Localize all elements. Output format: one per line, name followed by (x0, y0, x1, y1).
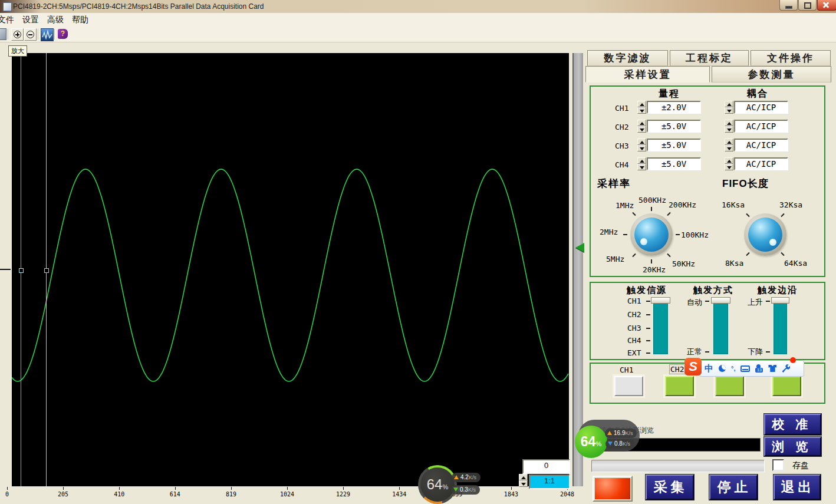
trigger-source-slider[interactable] (653, 302, 668, 354)
menu-settings[interactable]: 设置 (22, 15, 39, 25)
close-button[interactable] (817, 0, 836, 11)
maximize-button[interactable] (798, 0, 817, 11)
cursor-2-handle[interactable] (44, 268, 49, 273)
fifo-label-8ksa: 8Ksa (725, 259, 743, 268)
fifo-label-64ksa: 64Ksa (784, 259, 807, 268)
trigger-level-track[interactable] (572, 53, 583, 486)
x-axis-tick (343, 487, 344, 490)
zoom-ratio-readout[interactable]: 1:1 (529, 475, 570, 489)
memory-usage-ball[interactable]: 64% (575, 426, 607, 458)
clipped-tool-icon[interactable] (0, 28, 6, 40)
enable-button-ch1[interactable] (614, 376, 643, 396)
ime-skin-icon[interactable] (768, 365, 776, 372)
x-axis-label: 614 (162, 491, 188, 498)
x-axis-tick (119, 487, 120, 490)
oscilloscope-display[interactable] (12, 53, 569, 486)
ime-toolbar[interactable]: 中 °, 13 (699, 360, 804, 377)
menu-file[interactable]: 文件 (0, 15, 14, 25)
range-spinner-ch4[interactable] (637, 157, 646, 170)
trigger-mode-option-normal: 正常 (687, 347, 702, 357)
coupling-spinner-ch1[interactable] (725, 101, 733, 114)
coupling-spinner-ch3[interactable] (725, 139, 733, 151)
tab-file-operations[interactable]: 文件操作 (751, 50, 831, 66)
save-checkbox[interactable] (772, 459, 784, 471)
trigger-edge-handle[interactable] (771, 297, 789, 304)
range-value-ch2[interactable]: ±5.0V (647, 120, 701, 133)
enable-button-ch4[interactable] (772, 376, 801, 396)
x-axis: 0205410614819102412291434163918432048 (0, 486, 584, 502)
ime-punctuation-icon[interactable]: °, (731, 365, 735, 372)
cursor-1-handle[interactable] (19, 268, 24, 273)
range-value-ch4[interactable]: ±5.0V (647, 157, 701, 170)
x-axis-tick (7, 487, 8, 490)
range-value-ch1[interactable]: ±2.0V (647, 101, 701, 114)
coupling-spinner-ch2[interactable] (725, 120, 733, 133)
trigger-source-handle[interactable] (651, 297, 670, 304)
y-level-marker[interactable] (0, 269, 11, 270)
trigger-edge-slider[interactable] (774, 302, 787, 354)
tab-sampling-settings[interactable]: 采样设置 (585, 66, 710, 83)
help-book-icon[interactable]: ? (58, 29, 68, 39)
ime-keyboard-icon[interactable] (740, 365, 750, 372)
range-value-ch3[interactable]: ±5.0V (647, 139, 701, 151)
title-bar[interactable]: PCI4819-2CH:5Msps/PCI4819-4CH:2Msps14Bit… (0, 0, 836, 13)
stop-button[interactable]: 停止 (709, 475, 758, 500)
tab-digital-filter[interactable]: 数字滤波 (587, 50, 668, 66)
range-spinner-ch1[interactable] (637, 101, 646, 114)
x-axis-tick (231, 487, 232, 490)
trigger-source-option: EXT (627, 348, 641, 357)
menu-help[interactable]: 帮助 (72, 15, 88, 25)
ime-notification-dot[interactable] (790, 357, 796, 363)
enable-button-ch2[interactable] (665, 376, 694, 396)
enable-button-ch3[interactable] (715, 376, 744, 396)
ime-language-icon[interactable]: 中 (705, 363, 713, 374)
tab-parameter-measurement[interactable]: 参数测量 (712, 66, 831, 83)
coupling-value-ch3[interactable]: AC/ICP (734, 139, 788, 151)
zoom-out-button[interactable] (24, 28, 37, 41)
ime-moon-icon[interactable] (719, 365, 726, 372)
menu-bar: 文件 设置 高级 帮助 (0, 13, 836, 28)
download-speed-badge: 0.8K/s (605, 439, 634, 449)
range-spinner-ch3[interactable] (637, 139, 646, 151)
waveform-trace (12, 53, 569, 486)
maximize-icon (804, 2, 811, 9)
range-spinner-ch2[interactable] (637, 120, 646, 133)
rate-label-50khz: 50KHz (672, 259, 695, 268)
calibrate-button[interactable]: 校准 (764, 414, 821, 435)
download-arrow-icon (608, 442, 613, 446)
channel-label: CH2 (615, 123, 628, 131)
menu-advanced[interactable]: 高级 (47, 15, 64, 25)
exit-button[interactable]: 退出 (774, 475, 821, 500)
rate-label-1mhz: 1MHz (616, 201, 634, 210)
coupling-value-ch4[interactable]: AC/ICP (734, 157, 788, 170)
waveform-display-icon[interactable] (41, 28, 54, 41)
ime-toolbox-icon[interactable] (782, 364, 790, 373)
acquire-button[interactable]: 采集 (646, 475, 694, 500)
trigger-mode-slider[interactable] (713, 302, 728, 354)
fifo-length-title: FIFO长度 (722, 177, 769, 190)
knob-indicator-dot (640, 238, 647, 245)
tab-engineering-calibration[interactable]: 工程标定 (670, 50, 749, 66)
status-led[interactable] (593, 476, 633, 502)
sample-rate-knob[interactable] (630, 213, 673, 256)
coupling-value-ch1[interactable]: AC/ICP (734, 101, 788, 114)
trigger-level-arrow[interactable] (575, 243, 584, 252)
toolbar: ? (0, 27, 836, 42)
ime-account-icon[interactable]: 13 (755, 364, 763, 373)
minimize-button[interactable] (779, 0, 798, 11)
ime-logo-icon[interactable]: S (684, 358, 702, 375)
browse-progress-bar (591, 460, 765, 472)
browse-button[interactable]: 浏览 (764, 437, 821, 456)
offset-readout[interactable]: 0 (522, 459, 570, 474)
rate-label-200khz: 200KHz (669, 200, 696, 209)
memory-usage-ball[interactable]: 64% (418, 465, 457, 504)
x-axis-label: 1229 (330, 491, 356, 498)
zoom-in-button[interactable] (11, 28, 24, 41)
trigger-mode-handle[interactable] (711, 297, 730, 304)
scale-spinner[interactable] (519, 474, 528, 487)
enable-label-ch2: CH2 (669, 364, 685, 374)
x-axis-tick (287, 487, 288, 490)
coupling-spinner-ch4[interactable] (725, 157, 733, 170)
fifo-length-knob[interactable] (744, 213, 786, 256)
coupling-value-ch2[interactable]: AC/ICP (734, 120, 788, 133)
